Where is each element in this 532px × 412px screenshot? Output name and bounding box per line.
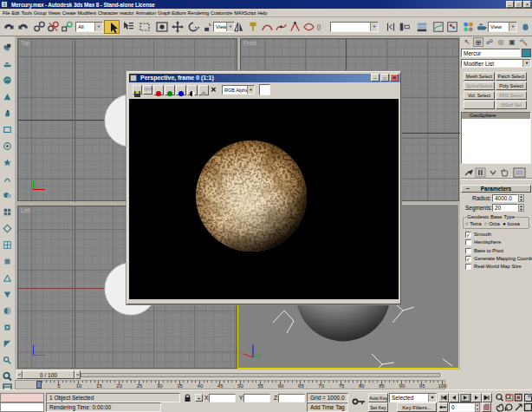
- svg-text:(): (): [317, 23, 321, 30]
